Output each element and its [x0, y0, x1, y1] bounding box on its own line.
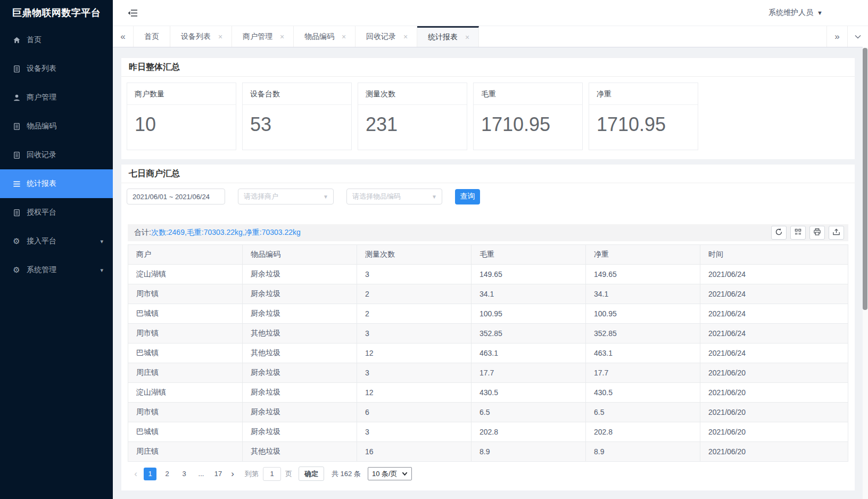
query-button[interactable]: 查询	[455, 189, 480, 204]
export-icon	[832, 228, 840, 238]
page-number[interactable]: 3	[178, 468, 191, 480]
sidebar-item[interactable]: 首页	[0, 26, 113, 54]
tab[interactable]: 统计报表 ×	[417, 26, 479, 47]
sidebar-item-label: 系统管理	[27, 265, 56, 275]
sidebar-item[interactable]: 物品编码	[0, 112, 113, 141]
sidebar-item[interactable]: 统计报表	[0, 169, 113, 198]
close-icon[interactable]: ×	[278, 32, 286, 41]
tabs-menu-button[interactable]	[847, 26, 868, 47]
page-number[interactable]: 17	[212, 468, 225, 480]
toolbar-button[interactable]	[829, 226, 844, 240]
table-cell: 厨余垃圾	[243, 363, 357, 383]
page-number[interactable]: 1	[144, 468, 156, 480]
toolbar-button[interactable]	[809, 226, 825, 240]
table-cell: 淀山湖镇	[128, 265, 243, 284]
tab-label: 物品编码	[304, 32, 334, 42]
scrollbar[interactable]	[863, 47, 868, 499]
sidebar-item[interactable]: 回收记录	[0, 141, 113, 169]
table-cell: 6	[357, 403, 472, 422]
document-icon	[12, 65, 21, 73]
table-cell: 100.95	[472, 304, 586, 324]
table-toolbar: 合计:次数:2469,毛重:70303.22kg,净重:70303.22kg	[128, 224, 848, 241]
close-icon[interactable]: ×	[217, 32, 224, 41]
stat-card: 商户数量 10	[127, 83, 236, 150]
sidebar-item-label: 接入平台	[27, 236, 56, 246]
tab[interactable]: 商户管理 ×	[232, 26, 294, 47]
collapse-sidebar-icon[interactable]	[128, 9, 137, 17]
tab[interactable]: 设备列表 ×	[170, 26, 232, 47]
page-number[interactable]: ...	[195, 468, 208, 480]
table-row: 周市镇厨余垃圾66.56.52021/06/20	[128, 403, 848, 422]
stat-value: 1710.95	[474, 105, 582, 136]
close-icon[interactable]: ×	[340, 32, 348, 41]
merchant-select[interactable]: 请选择商户 ▼	[238, 189, 334, 204]
column-header: 净重	[586, 245, 700, 265]
confirm-button[interactable]: 确定	[299, 467, 324, 481]
column-header: 测量次数	[357, 245, 472, 265]
pagination: ‹ 123...17 › 到第 页 确定 共 162 条 10 条/页	[130, 467, 848, 481]
tab[interactable]: 回收记录 ×	[356, 26, 417, 47]
sidebar: 巨鼎物联网数字平台 首页 设备列表 商户管理 物品编码 回收记录	[0, 0, 113, 499]
filter-bar: 请选择商户 ▼ 请选择物品编码 ▼ 查询	[121, 183, 855, 204]
next-page-button[interactable]: ›	[227, 468, 238, 480]
table-row: 周市镇其他垃圾3352.85352.852021/06/24	[128, 324, 848, 343]
scrollbar-thumb[interactable]	[863, 48, 867, 310]
stat-value: 10	[127, 105, 236, 136]
table-cell: 430.5	[586, 383, 700, 403]
merchant-select-placeholder: 请选择商户	[244, 192, 278, 201]
user-menu[interactable]: 系统维护人员 ▼	[768, 8, 823, 18]
content: 昨日整体汇总 商户数量 10 设备台数 53 测量次数 231 毛重 1710.…	[113, 48, 868, 499]
close-icon[interactable]: ×	[402, 32, 409, 41]
user-icon	[12, 94, 21, 102]
column-header: 毛重	[472, 245, 586, 265]
totals-values: 次数:2469,毛重:70303.22kg,净重:70303.22kg	[151, 228, 301, 236]
stat-label: 测量次数	[358, 83, 467, 105]
table-cell: 2021/06/24	[700, 324, 848, 343]
table-cell: 2021/06/24	[700, 265, 848, 284]
table-cell: 周庄镇	[128, 363, 243, 383]
sidebar-item-label: 回收记录	[27, 150, 56, 160]
page-number[interactable]: 2	[161, 468, 173, 480]
yesterday-summary-panel: 昨日整体汇总 商户数量 10 设备台数 53 测量次数 231 毛重 1710.…	[121, 58, 855, 159]
totals-prefix: 合计:	[134, 228, 151, 236]
table-cell: 463.1	[472, 343, 586, 363]
page-size-select[interactable]: 10 条/页	[368, 467, 412, 480]
table-row: 周庄镇其他垃圾168.98.92021/06/20	[128, 442, 848, 462]
table-cell: 17.7	[586, 363, 700, 383]
stat-value: 231	[358, 105, 467, 136]
table-cell: 其他垃圾	[243, 442, 357, 462]
item-code-select[interactable]: 请选择物品编码 ▼	[346, 189, 442, 204]
close-icon[interactable]: ×	[464, 33, 471, 42]
chevron-down-icon: ▾	[100, 238, 103, 245]
toolbar-button[interactable]	[771, 226, 787, 240]
table-row: 淀山湖镇厨余垃圾12430.5430.52021/06/20	[128, 383, 848, 403]
table-cell: 352.85	[472, 324, 586, 343]
sidebar-item[interactable]: ⚙ 接入平台 ▾	[0, 227, 113, 256]
stat-card: 设备台数 53	[242, 83, 352, 150]
sidebar-menu: 首页 设备列表 商户管理 物品编码 回收记录 统计报表	[0, 26, 113, 284]
stat-label: 净重	[589, 83, 698, 105]
tab-label: 首页	[144, 32, 159, 42]
table-cell: 100.95	[586, 304, 700, 324]
tab[interactable]: 首页	[134, 26, 170, 47]
sidebar-item[interactable]: 设备列表	[0, 54, 113, 83]
total-count: 共 162 条	[332, 469, 361, 479]
prev-page-button[interactable]: ‹	[130, 468, 142, 480]
tabs-scroll-left-button[interactable]: «	[113, 26, 134, 47]
columns-icon	[794, 228, 802, 238]
date-range-input[interactable]	[127, 189, 225, 204]
table-cell: 2021/06/20	[700, 403, 848, 422]
table-body: 淀山湖镇厨余垃圾3149.65149.652021/06/24周市镇厨余垃圾23…	[128, 265, 848, 462]
chevron-down-icon	[402, 471, 408, 477]
tab[interactable]: 物品编码 ×	[294, 26, 356, 47]
table-cell: 12	[357, 343, 472, 363]
table-cell: 3	[357, 363, 472, 383]
chevron-down-icon	[854, 33, 862, 40]
caret-down-icon: ▼	[817, 10, 823, 16]
tabs-scroll-right-button[interactable]: »	[826, 26, 847, 47]
sidebar-item[interactable]: 商户管理	[0, 83, 113, 112]
sidebar-item[interactable]: ⚙ 系统管理 ▾	[0, 256, 113, 284]
sidebar-item[interactable]: 授权平台	[0, 198, 113, 227]
toolbar-button[interactable]	[790, 226, 806, 240]
goto-page-input[interactable]	[263, 467, 281, 481]
